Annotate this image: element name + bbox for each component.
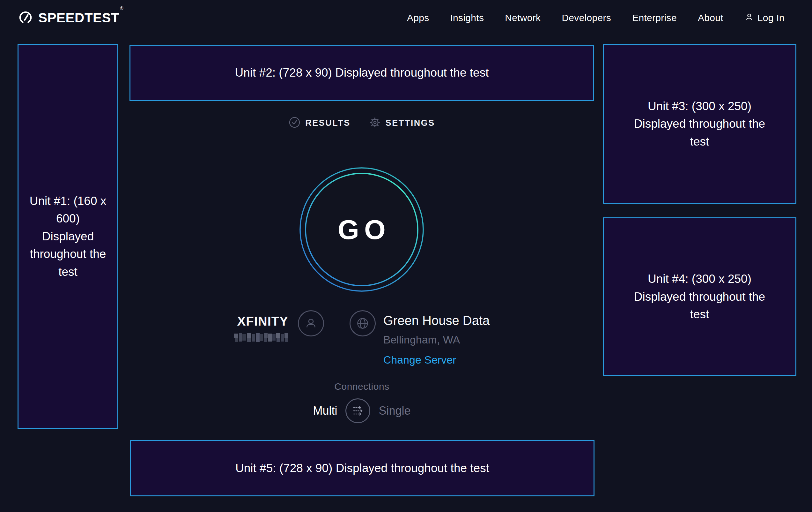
connections-label: Connections (129, 381, 594, 392)
server-location: Bellingham, WA (383, 333, 490, 346)
gear-icon (369, 116, 381, 130)
ad-unit-3-label: Unit #3: (300 x 250) Displayed throughou… (633, 97, 766, 151)
nav-item-developers[interactable]: Developers (562, 12, 611, 23)
logo-wordmark: SPEEDTEST® (38, 10, 123, 26)
isp-name: XFINITY (234, 314, 291, 328)
ad-unit-2-label: Unit #2: (728 x 90) Displayed throughout… (235, 64, 489, 82)
nav-item-apps[interactable]: Apps (407, 12, 429, 23)
multi-arrows-icon[interactable] (345, 398, 370, 423)
user-icon (298, 310, 324, 336)
nav-item-network[interactable]: Network (505, 12, 541, 23)
isp-block: XFINITY (234, 310, 324, 343)
connections-single-option[interactable]: Single (379, 404, 410, 417)
tab-results-label: RESULTS (305, 118, 350, 128)
ad-unit-4-label: Unit #4: (300 x 250) Displayed throughou… (633, 270, 766, 323)
tab-settings-label: SETTINGS (385, 118, 435, 128)
ad-unit-5-label: Unit #5: (728 x 90) Displayed throughout… (235, 459, 489, 477)
nav-item-enterprise[interactable]: Enterprise (632, 12, 677, 23)
tab-bar: RESULTS SETTINGS (129, 114, 594, 132)
check-circle-icon (289, 116, 300, 130)
go-button-label: GO (299, 167, 424, 292)
main-nav: Apps Insights Network Developers Enterpr… (407, 12, 785, 24)
nav-item-insights[interactable]: Insights (450, 12, 484, 23)
server-block: Green House Data Bellingham, WA Change S… (350, 310, 490, 366)
tab-results[interactable]: RESULTS (289, 116, 350, 130)
connections-section: Connections Multi Single (129, 381, 594, 423)
ad-unit-1-label: Unit #1: (160 x 600) Displayed throughou… (29, 192, 107, 281)
nav-item-about[interactable]: About (698, 12, 723, 23)
ad-unit-4[interactable]: Unit #4: (300 x 250) Displayed throughou… (603, 217, 796, 376)
ad-unit-1[interactable]: Unit #1: (160 x 600) Displayed throughou… (18, 44, 118, 429)
change-server-link[interactable]: Change Server (383, 354, 490, 366)
ad-unit-2[interactable]: Unit #2: (728 x 90) Displayed throughout… (129, 45, 594, 101)
go-button[interactable]: GO (299, 167, 424, 292)
speedtest-logo[interactable]: SPEEDTEST® (18, 9, 123, 26)
speedometer-icon (18, 9, 33, 26)
login-button[interactable]: Log In (744, 12, 785, 24)
user-icon (744, 12, 754, 24)
connections-multi-option[interactable]: Multi (313, 404, 337, 417)
globe-icon (350, 310, 376, 336)
test-meta-row: XFINITY (129, 310, 594, 366)
ad-unit-3[interactable]: Unit #3: (300 x 250) Displayed throughou… (603, 44, 796, 204)
tab-settings[interactable]: SETTINGS (369, 116, 435, 130)
redacted-ip (234, 332, 291, 343)
server-name: Green House Data (383, 314, 490, 328)
login-label: Log In (757, 12, 785, 23)
top-nav-bar: SPEEDTEST® Apps Insights Network Develop… (0, 0, 812, 36)
ad-unit-5[interactable]: Unit #5: (728 x 90) Displayed throughout… (130, 440, 594, 496)
trademark-symbol: ® (120, 6, 123, 11)
